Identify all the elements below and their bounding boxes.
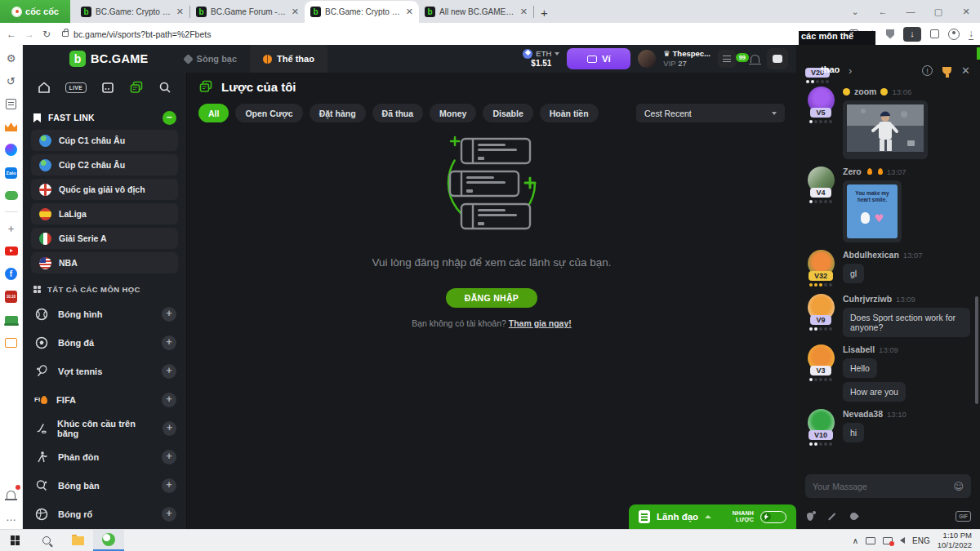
quick-bet-toggle[interactable] bbox=[760, 511, 786, 523]
bcgame-logo[interactable]: b BC.GAME bbox=[69, 51, 149, 67]
expand-plus-button[interactable]: + bbox=[162, 478, 176, 493]
games-gamepad-icon[interactable] bbox=[5, 191, 18, 200]
search-icon[interactable] bbox=[158, 80, 172, 95]
collapse-chat-icon[interactable]: › bbox=[849, 64, 852, 77]
coccoc-taskbar-button[interactable] bbox=[93, 530, 124, 551]
volume-icon[interactable] bbox=[900, 537, 905, 544]
browser-profile-icon[interactable] bbox=[948, 29, 960, 40]
filter-chip-refund[interactable]: Hoàn tiền bbox=[540, 104, 599, 122]
language-indicator[interactable]: ENG bbox=[912, 536, 930, 545]
live-button[interactable]: LIVE bbox=[65, 82, 87, 93]
chat-message-input[interactable] bbox=[813, 482, 953, 491]
collapse-fastlink-button[interactable]: – bbox=[163, 111, 176, 125]
sport-table-tennis[interactable]: Bóng bàn+ bbox=[23, 471, 186, 500]
gif-button[interactable]: GIF bbox=[956, 511, 971, 522]
extensions-icon[interactable] bbox=[930, 29, 939, 38]
education-hat-icon[interactable] bbox=[5, 316, 18, 324]
fastlink-cup-c1[interactable]: Cúp C1 châu Âu bbox=[31, 130, 178, 151]
fastlink-championship[interactable]: Quốc gia giải vô địch bbox=[31, 179, 178, 200]
rocket-icon[interactable] bbox=[849, 511, 859, 522]
chat-scrollbar[interactable] bbox=[975, 296, 978, 404]
notifications-bell-icon[interactable] bbox=[751, 55, 760, 63]
tab-close-icon[interactable]: ✕ bbox=[520, 7, 528, 17]
start-button[interactable] bbox=[0, 530, 31, 551]
sport-counter-strike[interactable]: Phản đòn+ bbox=[23, 442, 186, 471]
window-close-button[interactable]: ✕ bbox=[952, 0, 980, 23]
filter-chip-money[interactable]: Money bbox=[430, 104, 476, 122]
youtube-icon[interactable] bbox=[5, 247, 18, 256]
filter-chip-open[interactable]: Open Cược bbox=[235, 104, 302, 122]
browser-tab-3-active[interactable]: b BC.Game: Crypto Casino Gan ✕ bbox=[305, 1, 419, 23]
forward-button[interactable]: → bbox=[24, 29, 34, 40]
sale-badge-icon[interactable]: 10.10 bbox=[5, 291, 17, 303]
file-explorer-button[interactable] bbox=[62, 530, 93, 551]
fastlink-laliga[interactable]: LaLiga bbox=[31, 203, 178, 224]
sport-tennis[interactable]: Vợt tennis+ bbox=[23, 357, 186, 385]
history-icon[interactable]: ↺ bbox=[4, 74, 18, 88]
filter-chip-all[interactable]: All bbox=[198, 104, 229, 122]
bet-slip-icon[interactable] bbox=[129, 80, 144, 95]
expand-plus-button[interactable]: + bbox=[162, 507, 176, 522]
recent-tabs-icon[interactable]: ← bbox=[869, 0, 897, 23]
taskbar-search-button[interactable] bbox=[31, 530, 62, 551]
filter-chip-placed[interactable]: Đặt hàng bbox=[310, 104, 366, 122]
fastlink-seriea[interactable]: Giải Serie A bbox=[31, 228, 178, 249]
address-bar[interactable]: bc.game/vi/sports?bt-path=%2Fbets bbox=[59, 29, 841, 39]
network-icon[interactable] bbox=[866, 537, 875, 544]
expand-plus-button[interactable]: + bbox=[163, 421, 176, 436]
trophy-icon[interactable] bbox=[942, 67, 951, 74]
zalo-icon[interactable]: Zalo bbox=[5, 167, 17, 179]
sport-fifa[interactable]: FI FIFA+ bbox=[23, 385, 186, 414]
app-alert-icon[interactable] bbox=[883, 537, 893, 544]
fastlink-nba[interactable]: NBA bbox=[31, 252, 178, 273]
login-button[interactable]: ĐĂNG NHẬP bbox=[446, 288, 537, 308]
nav-casino[interactable]: Sòng bạc bbox=[172, 45, 251, 73]
downloads-tray-icon[interactable]: ↓ bbox=[969, 28, 973, 40]
sport-soccer[interactable]: Bóng đá+ bbox=[23, 328, 186, 357]
home-icon[interactable] bbox=[37, 80, 51, 95]
expand-plus-button[interactable]: + bbox=[162, 450, 176, 464]
menu-button[interactable] bbox=[718, 50, 736, 68]
messenger-icon[interactable] bbox=[5, 144, 17, 156]
expand-plus-button[interactable]: + bbox=[162, 393, 176, 407]
sport-basketball-2[interactable]: Bóng rổ+ bbox=[23, 500, 186, 528]
leaderboard-bar[interactable]: Lãnh đạo NHANH LƯỢC bbox=[629, 504, 796, 529]
back-button[interactable]: ← bbox=[7, 29, 16, 40]
rain-tip-icon[interactable] bbox=[807, 513, 813, 521]
chat-toggle-button[interactable] bbox=[767, 48, 788, 69]
fastlink-cup-c2[interactable]: Cúp C2 châu Âu bbox=[31, 154, 178, 176]
emoji-picker-icon[interactable]: ☺ bbox=[953, 481, 964, 492]
reload-button[interactable]: ↻ bbox=[42, 29, 51, 40]
settings-gear-icon[interactable]: ⚙ bbox=[4, 51, 18, 65]
user-avatar[interactable] bbox=[638, 50, 656, 68]
wallet-button[interactable]: Ví bbox=[567, 48, 630, 69]
notification-bell-icon[interactable] bbox=[4, 487, 18, 501]
sport-ice-hockey[interactable]: Khúc côn cầu trên băng+ bbox=[23, 414, 186, 442]
add-shortcut-button[interactable]: ＋ bbox=[4, 221, 18, 235]
browser-tab-4[interactable]: b All new BC.GAME survey & fe ✕ bbox=[419, 1, 533, 23]
rail-more-button[interactable]: … bbox=[4, 510, 18, 524]
download-active-button[interactable]: ↓ bbox=[903, 27, 921, 42]
expand-plus-button[interactable]: + bbox=[162, 335, 176, 350]
shopping-cart-icon[interactable] bbox=[5, 338, 17, 348]
join-now-link[interactable]: Tham gia ngay! bbox=[509, 318, 572, 328]
nav-sports[interactable]: Thể thao bbox=[250, 45, 327, 73]
tab-search-icon[interactable]: ⌄ bbox=[841, 0, 869, 23]
tab-close-icon[interactable]: ✕ bbox=[176, 7, 184, 17]
facebook-icon[interactable]: f bbox=[5, 268, 17, 280]
expand-plus-button[interactable]: + bbox=[162, 364, 176, 379]
tab-close-icon[interactable]: ✕ bbox=[406, 7, 413, 17]
format-icon[interactable] bbox=[828, 513, 835, 520]
baseball-gif[interactable] bbox=[843, 100, 928, 159]
expand-plus-button[interactable]: + bbox=[162, 307, 176, 322]
window-maximize-button[interactable]: ▢ bbox=[924, 0, 952, 23]
currency-selector[interactable]: ETH $1.51 bbox=[523, 49, 559, 69]
heart-sticker-gif[interactable]: You make my heart smile. ♥ bbox=[843, 180, 902, 242]
show-hidden-icons[interactable]: ∧ bbox=[853, 536, 858, 545]
browser-tab-1[interactable]: b BC.Game: Crypto Casino Gan ✕ bbox=[75, 1, 189, 23]
user-info[interactable]: ♛ Thespec... VIP 27 bbox=[663, 49, 710, 69]
crown-rewards-icon[interactable] bbox=[5, 122, 17, 131]
filter-chip-disable[interactable]: Disable bbox=[483, 104, 532, 122]
taskbar-clock[interactable]: 1:10 PM 10/1/2022 bbox=[938, 531, 975, 550]
sport-basketball[interactable]: Bóng hình+ bbox=[23, 300, 186, 328]
